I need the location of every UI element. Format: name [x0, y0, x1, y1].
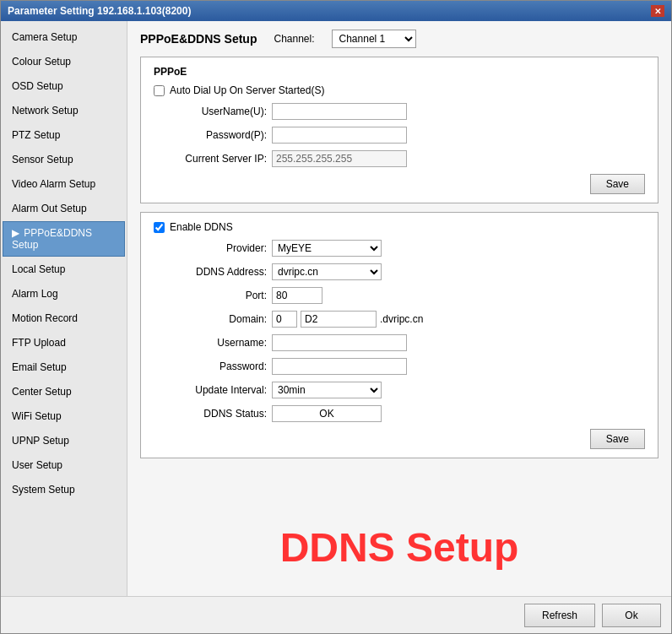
- sidebar-item-system-setup[interactable]: System Setup: [3, 478, 125, 501]
- sidebar-item-label: FTP Upload: [12, 337, 66, 349]
- ddns-status-input: [272, 405, 382, 422]
- sidebar-item-pppoe-ddns-setup[interactable]: ▶ PPPoE&DDNS Setup: [3, 221, 125, 257]
- sidebar-item-upnp-setup[interactable]: UPNP Setup: [3, 429, 125, 452]
- ddns-save-row: Save: [154, 429, 645, 449]
- sidebar-item-label: Center Setup: [12, 386, 72, 398]
- pppoe-section: PPPoE Auto Dial Up On Server Started(S) …: [140, 57, 658, 203]
- ddns-status-row: DDNS Status:: [154, 405, 645, 422]
- sidebar-item-label: PPPoE&DDNS Setup: [12, 227, 92, 251]
- sidebar-item-label: Video Alarm Setup: [12, 178, 95, 190]
- port-label: Port:: [154, 290, 272, 301]
- domain-prefix2-input[interactable]: [301, 311, 377, 328]
- sidebar-item-wifi-setup[interactable]: WiFi Setup: [3, 404, 125, 428]
- refresh-button[interactable]: Refresh: [524, 604, 595, 627]
- sidebar-item-network-setup[interactable]: Network Setup: [3, 99, 125, 122]
- server-ip-row: Current Server IP:: [154, 150, 645, 167]
- ddns-address-row: DDNS Address: dvripc.cn other.com: [154, 263, 645, 280]
- username-label: UserName(U):: [154, 106, 272, 117]
- domain-prefix1-input[interactable]: [272, 311, 297, 328]
- ddns-password-input[interactable]: [272, 358, 407, 375]
- sidebar-item-motion-record[interactable]: Motion Record: [3, 306, 125, 330]
- page-title-text: PPPoE&DDNS Setup: [140, 32, 257, 46]
- sidebar-item-label: Motion Record: [12, 312, 78, 324]
- sidebar-item-sensor-setup[interactable]: Sensor Setup: [3, 148, 125, 171]
- ok-button[interactable]: Ok: [602, 604, 661, 627]
- sidebar-item-local-setup[interactable]: Local Setup: [3, 257, 125, 281]
- ddns-username-row: Username:: [154, 334, 645, 351]
- ddns-username-label: Username:: [154, 337, 272, 349]
- enable-ddns-checkbox[interactable]: [154, 222, 165, 233]
- sidebar-item-osd-setup[interactable]: OSD Setup: [3, 74, 125, 98]
- domain-row: Domain: .dvripc.cn: [154, 311, 645, 328]
- auto-dial-checkbox[interactable]: [154, 85, 165, 96]
- sidebar-item-label: Sensor Setup: [12, 154, 73, 165]
- sidebar-item-label: PTZ Setup: [12, 129, 60, 141]
- pppoe-password-input[interactable]: [272, 127, 407, 144]
- enable-ddns-label: Enable DDNS: [170, 221, 233, 233]
- sidebar-item-label: Colour Setup: [12, 56, 71, 68]
- auto-dial-label: Auto Dial Up On Server Started(S): [170, 84, 324, 96]
- ddns-username-input[interactable]: [272, 334, 407, 351]
- pppoe-username-input[interactable]: [272, 103, 407, 120]
- main-window: Parameter Setting 192.168.1.103(8200) ✕ …: [0, 0, 672, 634]
- sidebar-item-label: WiFi Setup: [12, 410, 62, 422]
- sidebar-item-label: Alarm Out Setup: [12, 203, 87, 214]
- ddns-address-label: DDNS Address:: [154, 266, 272, 278]
- provider-row: Provider: MyEYE DynDNS No-IP: [154, 240, 645, 257]
- pppoe-save-row: Save: [154, 174, 645, 194]
- page-header: PPPoE&DDNS Setup Channel: Channel 1 Chan…: [140, 30, 658, 48]
- window-title: Parameter Setting 192.168.1.103(8200): [8, 5, 191, 17]
- domain-inputs: .dvripc.cn: [272, 311, 423, 328]
- sidebar-item-label: System Setup: [12, 484, 75, 496]
- footer: Refresh Ok: [1, 596, 671, 633]
- update-interval-label: Update Interval:: [154, 384, 272, 396]
- port-input[interactable]: [272, 287, 322, 304]
- ddns-section: Enable DDNS Provider: MyEYE DynDNS No-IP…: [140, 212, 658, 458]
- sidebar-item-label: Camera Setup: [12, 31, 77, 43]
- ddns-password-label: Password:: [154, 360, 272, 372]
- username-row: UserName(U):: [154, 103, 645, 120]
- ddns-password-row: Password:: [154, 358, 645, 375]
- main-panel: PPPoE&DDNS Setup Channel: Channel 1 Chan…: [127, 21, 671, 596]
- sidebar: Camera Setup Colour Setup OSD Setup Netw…: [1, 21, 127, 596]
- domain-suffix-text: .dvripc.cn: [380, 313, 423, 325]
- active-arrow-icon: ▶: [12, 227, 19, 239]
- sidebar-item-label: OSD Setup: [12, 80, 63, 92]
- sidebar-item-ptz-setup[interactable]: PTZ Setup: [3, 123, 125, 147]
- channel-select[interactable]: Channel 1 Channel 2 Channel 3 Channel 4: [332, 30, 416, 48]
- sidebar-item-alarm-log[interactable]: Alarm Log: [3, 282, 125, 306]
- server-ip-label: Current Server IP:: [154, 153, 272, 165]
- sidebar-item-label: UPNP Setup: [12, 435, 69, 447]
- sidebar-item-center-setup[interactable]: Center Setup: [3, 380, 125, 404]
- sidebar-item-email-setup[interactable]: Email Setup: [3, 355, 125, 379]
- sidebar-item-label: Local Setup: [12, 263, 65, 275]
- sidebar-item-label: Alarm Log: [12, 288, 58, 300]
- sidebar-item-label: Email Setup: [12, 361, 67, 373]
- sidebar-item-ftp-upload[interactable]: FTP Upload: [3, 331, 125, 355]
- sidebar-item-label: Network Setup: [12, 105, 79, 117]
- server-ip-input: [272, 150, 407, 167]
- pppoe-save-button[interactable]: Save: [590, 174, 645, 194]
- enable-ddns-row: Enable DDNS: [154, 221, 645, 233]
- sidebar-item-camera-setup[interactable]: Camera Setup: [3, 25, 125, 49]
- close-button[interactable]: ✕: [651, 5, 664, 17]
- ddns-address-select[interactable]: dvripc.cn other.com: [272, 263, 382, 280]
- sidebar-item-user-setup[interactable]: User Setup: [3, 453, 125, 477]
- password-label: Password(P):: [154, 129, 272, 141]
- domain-label: Domain:: [154, 313, 272, 325]
- password-row: Password(P):: [154, 127, 645, 144]
- pppoe-legend: PPPoE: [154, 66, 645, 78]
- provider-label: Provider:: [154, 242, 272, 254]
- channel-label: Channel:: [274, 33, 314, 45]
- ddns-save-button[interactable]: Save: [590, 429, 645, 449]
- sidebar-item-video-alarm-setup[interactable]: Video Alarm Setup: [3, 172, 125, 196]
- content-area: Camera Setup Colour Setup OSD Setup Netw…: [1, 21, 671, 596]
- update-interval-select[interactable]: 15min 30min 60min: [272, 382, 382, 398]
- sidebar-item-alarm-out-setup[interactable]: Alarm Out Setup: [3, 197, 125, 220]
- ddns-status-label: DDNS Status:: [154, 408, 272, 420]
- auto-dial-row: Auto Dial Up On Server Started(S): [154, 84, 645, 96]
- ddns-watermark-title: DDNS Setup: [280, 524, 519, 571]
- sidebar-item-colour-setup[interactable]: Colour Setup: [3, 50, 125, 73]
- update-interval-row: Update Interval: 15min 30min 60min: [154, 382, 645, 398]
- provider-select[interactable]: MyEYE DynDNS No-IP: [272, 240, 382, 257]
